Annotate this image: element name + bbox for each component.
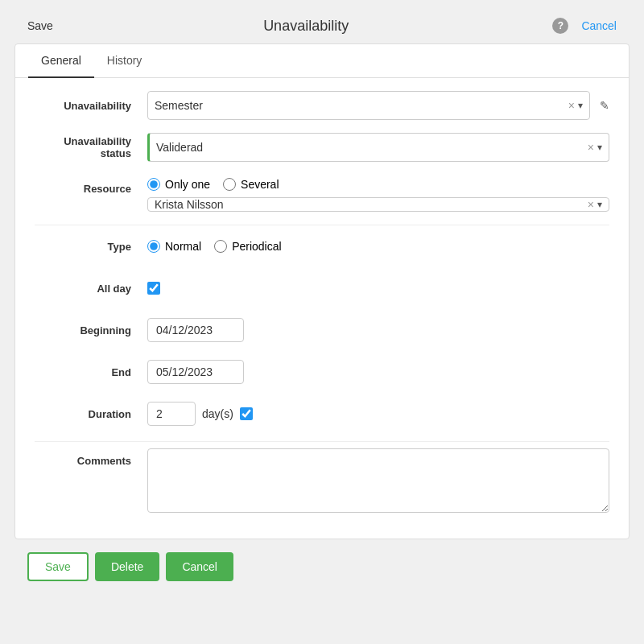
resource-only-one[interactable]: Only one	[147, 178, 210, 191]
top-bar: Save Unavailability ? Cancel	[8, 8, 636, 43]
type-normal-radio[interactable]	[147, 240, 160, 253]
resource-radio-group: Only one Several	[147, 178, 609, 191]
unavailability-status-select[interactable]: Validerad × ▾	[147, 133, 609, 162]
resource-section: Only one Several Krista Nilsson × ▾	[147, 178, 609, 212]
resource-label: Resource	[35, 178, 147, 195]
end-row: End	[35, 357, 609, 386]
resource-only-one-label: Only one	[165, 178, 210, 191]
resource-several-label: Several	[241, 178, 279, 191]
unavailability-select[interactable]: Semester × ▾	[147, 91, 590, 120]
form-section: Unavailability Semester × ▾ ✎ Unavailabi…	[15, 78, 629, 539]
type-label: Type	[35, 241, 147, 253]
unavailability-status-arrow-icon[interactable]: ▾	[597, 142, 602, 153]
resource-clear-icon[interactable]: ×	[588, 198, 594, 211]
unavailability-status-row: Unavailability status Validerad × ▾	[35, 133, 609, 162]
type-radio-group: Normal Periodical	[147, 240, 282, 253]
resource-arrow-icon[interactable]: ▾	[597, 199, 602, 210]
top-cancel-button[interactable]: Cancel	[575, 16, 623, 35]
divider-1	[35, 225, 609, 225]
divider-2	[35, 441, 609, 442]
tabs: General History	[15, 44, 629, 78]
type-periodical[interactable]: Periodical	[214, 240, 281, 253]
unavailability-value: Semester	[155, 99, 568, 112]
unavailability-status-clear-icon[interactable]: ×	[588, 141, 594, 154]
type-normal-label: Normal	[165, 240, 201, 253]
unavailability-status-value: Validerad	[156, 141, 588, 154]
top-bar-right: ? Cancel	[552, 16, 623, 35]
type-control: Normal Periodical	[147, 240, 609, 253]
resource-select[interactable]: Krista Nilsson × ▾	[147, 197, 609, 212]
beginning-row: Beginning	[35, 316, 609, 345]
tab-general[interactable]: General	[28, 44, 94, 78]
unavailability-clear-icon[interactable]: ×	[568, 99, 575, 112]
type-periodical-radio[interactable]	[214, 240, 227, 253]
all-day-checkbox[interactable]	[147, 282, 160, 295]
all-day-control	[147, 282, 609, 295]
type-row: Type Normal Periodical	[35, 232, 609, 261]
unavailability-row: Unavailability Semester × ▾ ✎	[35, 91, 609, 120]
main-card: General History Unavailability Semester …	[14, 43, 630, 539]
end-input[interactable]	[147, 360, 244, 384]
type-periodical-label: Periodical	[232, 240, 281, 253]
delete-button[interactable]: Delete	[95, 552, 159, 581]
resource-several[interactable]: Several	[223, 178, 279, 191]
resource-several-radio[interactable]	[223, 178, 236, 191]
unavailability-status-control: Validerad × ▾	[147, 133, 609, 162]
all-day-row: All day	[35, 274, 609, 303]
resource-row: Resource Only one Several	[35, 175, 609, 212]
beginning-label: Beginning	[35, 324, 147, 336]
save-button[interactable]: Save	[27, 552, 89, 581]
unavailability-status-label: Unavailability status	[35, 135, 147, 159]
resource-value: Krista Nilsson	[155, 198, 588, 211]
end-label: End	[35, 366, 147, 378]
comments-textarea[interactable]	[147, 448, 609, 513]
help-icon[interactable]: ?	[552, 18, 568, 34]
bottom-actions: Save Delete Cancel	[8, 539, 636, 594]
comments-control	[147, 448, 609, 513]
tab-history[interactable]: History	[94, 44, 155, 78]
beginning-control	[147, 318, 609, 342]
page-title: Unavailability	[263, 18, 349, 35]
resource-control: Only one Several Krista Nilsson × ▾	[147, 178, 609, 212]
unavailability-control: Semester × ▾ ✎	[147, 91, 609, 120]
type-normal[interactable]: Normal	[147, 240, 201, 253]
all-day-label: All day	[35, 283, 147, 295]
end-control	[147, 360, 609, 384]
duration-input[interactable]	[147, 402, 196, 426]
duration-control: day(s)	[147, 402, 609, 426]
unavailability-label: Unavailability	[35, 100, 147, 112]
comments-label: Comments	[35, 448, 147, 467]
top-bar-left: Save	[21, 16, 60, 35]
duration-days-label: day(s)	[202, 407, 233, 420]
duration-row: Duration day(s)	[35, 399, 609, 428]
beginning-input[interactable]	[147, 318, 244, 342]
comments-row: Comments	[35, 448, 609, 513]
duration-label: Duration	[35, 408, 147, 420]
unavailability-arrow-icon[interactable]: ▾	[578, 100, 583, 111]
resource-only-one-radio[interactable]	[147, 178, 160, 191]
duration-checkbox[interactable]	[240, 407, 253, 420]
cancel-button[interactable]: Cancel	[166, 552, 233, 581]
top-save-button[interactable]: Save	[21, 16, 60, 35]
unavailability-edit-icon[interactable]: ✎	[600, 99, 609, 112]
